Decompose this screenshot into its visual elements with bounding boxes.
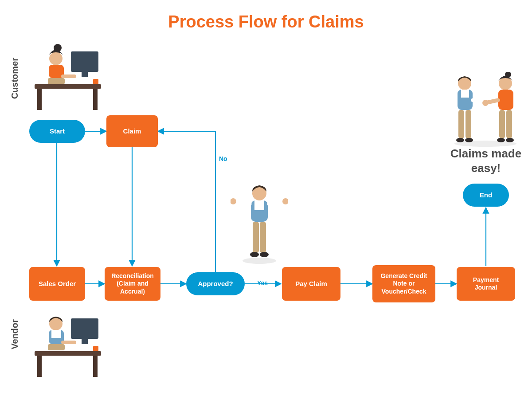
svg-rect-24 xyxy=(93,356,98,377)
svg-rect-19 xyxy=(61,75,76,78)
svg-rect-29 xyxy=(48,344,65,350)
tagline-text: Claims made easy! xyxy=(443,146,528,175)
svg-rect-53 xyxy=(499,110,505,138)
node-approved: Approved? xyxy=(186,272,245,295)
svg-point-60 xyxy=(454,141,516,147)
swimlane-customer-label: Customer xyxy=(10,58,20,99)
svg-rect-13 xyxy=(93,89,98,110)
svg-rect-38 xyxy=(253,222,259,253)
node-reconciliation: Reconciliation (Claim and Accrual) xyxy=(105,267,160,301)
svg-rect-12 xyxy=(37,89,42,110)
svg-point-42 xyxy=(243,258,276,264)
svg-rect-28 xyxy=(51,330,61,338)
node-sales-order: Sales Order xyxy=(29,267,85,301)
svg-rect-30 xyxy=(61,341,76,344)
svg-rect-23 xyxy=(37,356,42,377)
svg-point-41 xyxy=(260,252,269,257)
svg-rect-45 xyxy=(461,90,469,98)
handshake-pair-icon xyxy=(439,72,532,147)
customer-desk-icon xyxy=(27,43,106,114)
vendor-desk-icon xyxy=(27,309,106,384)
svg-rect-22 xyxy=(35,351,101,356)
svg-point-40 xyxy=(250,252,259,257)
node-credit-note: Generate Credit Note or Voucher/Check xyxy=(372,265,435,302)
svg-rect-21 xyxy=(82,339,88,344)
node-end: End xyxy=(463,184,509,207)
svg-point-16 xyxy=(54,44,62,52)
svg-rect-25 xyxy=(93,346,98,351)
node-start: Start xyxy=(29,120,85,143)
svg-point-59 xyxy=(482,100,489,106)
svg-rect-11 xyxy=(35,84,101,89)
shrug-person-icon xyxy=(231,182,288,266)
svg-point-37 xyxy=(282,198,288,204)
node-claim: Claim xyxy=(106,115,158,147)
svg-rect-52 xyxy=(498,90,513,110)
svg-rect-10 xyxy=(82,72,88,77)
svg-rect-47 xyxy=(466,110,471,138)
svg-rect-54 xyxy=(506,110,512,138)
svg-point-15 xyxy=(49,52,63,65)
svg-rect-46 xyxy=(458,110,464,138)
svg-rect-39 xyxy=(260,222,266,253)
svg-rect-20 xyxy=(71,318,98,339)
edge-label-no: No xyxy=(219,155,227,162)
diagram-title: Process Flow for Claims xyxy=(0,12,532,31)
svg-rect-9 xyxy=(71,51,98,72)
svg-rect-18 xyxy=(48,78,65,84)
swimlane-vendor-label: Vendor xyxy=(10,319,20,349)
node-pay-claim: Pay Claim xyxy=(282,267,340,301)
diagram-canvas: Process Flow for Claims Customer Vendor xyxy=(0,0,532,400)
node-payment-journal: Payment Journal xyxy=(457,267,515,301)
svg-rect-33 xyxy=(254,200,264,210)
svg-point-36 xyxy=(231,198,236,204)
svg-rect-14 xyxy=(93,79,98,84)
edge-label-yes: Yes xyxy=(257,279,268,286)
